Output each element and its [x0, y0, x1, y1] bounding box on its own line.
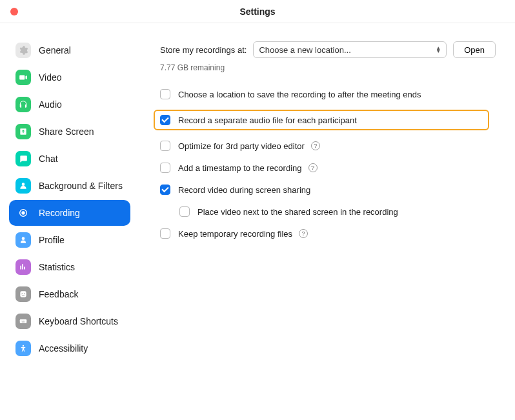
- location-select[interactable]: Choose a new location... ▲▼: [253, 41, 447, 58]
- content: GeneralVideoAudioShare ScreenChatBackgro…: [0, 23, 515, 420]
- storage-remaining: 7.77 GB remaining: [160, 63, 496, 72]
- gear-icon: [15, 43, 31, 58]
- option-label: Record a separate audio file for each pa…: [178, 115, 357, 125]
- option-label: Add a timestamp to the recording: [178, 163, 302, 173]
- option-row: Choose a location to save the recording …: [160, 88, 496, 101]
- help-icon[interactable]: ?: [308, 163, 318, 172]
- option-row: Add a timestamp to the recording?: [160, 161, 496, 174]
- sidebar-item-label: General: [39, 45, 71, 55]
- open-button[interactable]: Open: [453, 41, 496, 58]
- sidebar-item-label: Statistics: [39, 262, 75, 272]
- option-label: Keep temporary recording files: [178, 229, 292, 239]
- sidebar-item-share-screen[interactable]: Share Screen: [9, 119, 130, 145]
- sidebar-item-general[interactable]: General: [9, 37, 130, 63]
- svg-point-1: [22, 212, 25, 214]
- svg-rect-5: [20, 319, 27, 323]
- checkbox[interactable]: [160, 228, 170, 239]
- option-label: Choose a location to save the recording …: [178, 90, 421, 99]
- sidebar-item-label: Profile: [39, 235, 65, 245]
- sidebar-item-label: Recording: [39, 208, 80, 218]
- sidebar-item-label: Audio: [39, 99, 62, 110]
- svg-point-11: [23, 345, 24, 346]
- sidebar-item-audio[interactable]: Audio: [9, 92, 130, 117]
- sidebar-item-keyboard[interactable]: Keyboard Shortcuts: [9, 308, 130, 334]
- store-location-label: Store my recordings at:: [160, 45, 247, 55]
- sidebar: GeneralVideoAudioShare ScreenChatBackgro…: [0, 23, 136, 420]
- checkbox[interactable]: [160, 115, 170, 125]
- options-list: Choose a location to save the recording …: [160, 88, 496, 240]
- chevron-updown-icon: ▲▼: [436, 46, 441, 53]
- sidebar-item-feedback[interactable]: Feedback: [9, 281, 130, 307]
- accessibility-icon: [15, 341, 31, 356]
- sidebar-item-label: Accessibility: [39, 343, 88, 354]
- svg-point-8: [23, 321, 24, 321]
- record-icon: [15, 205, 31, 221]
- share-icon: [15, 124, 31, 139]
- headphones-icon: [15, 97, 31, 112]
- location-select-value: Choose a new location...: [259, 45, 350, 55]
- sidebar-item-label: Video: [39, 72, 62, 83]
- sidebar-item-label: Background & Filters: [39, 181, 123, 191]
- window-close-button[interactable]: [10, 8, 18, 15]
- sidebar-item-label: Share Screen: [39, 126, 94, 137]
- sidebar-item-accessibility[interactable]: Accessibility: [9, 335, 130, 361]
- sidebar-item-chat[interactable]: Chat: [9, 146, 130, 172]
- svg-point-6: [21, 321, 22, 321]
- option-row: Keep temporary recording files?: [160, 227, 496, 240]
- sidebar-item-background[interactable]: Background & Filters: [9, 173, 130, 199]
- person-icon: [15, 178, 31, 194]
- sidebar-item-label: Chat: [39, 154, 58, 164]
- option-row: Record video during screen sharing: [160, 183, 496, 196]
- main-panel: Store my recordings at: Choose a new loc…: [136, 23, 515, 420]
- sidebar-item-statistics[interactable]: Statistics: [9, 254, 130, 280]
- option-row: Place video next to the shared screen in…: [179, 205, 496, 218]
- checkbox[interactable]: [160, 141, 170, 151]
- option-label: Place video next to the shared screen in…: [197, 207, 398, 217]
- store-location-row: Store my recordings at: Choose a new loc…: [160, 41, 496, 58]
- sidebar-item-label: Keyboard Shortcuts: [39, 316, 118, 326]
- sidebar-item-profile[interactable]: Profile: [9, 227, 130, 253]
- svg-rect-2: [20, 291, 26, 297]
- stats-icon: [15, 259, 31, 275]
- option-row: Optimize for 3rd party video editor?: [160, 139, 496, 152]
- sidebar-item-recording[interactable]: Recording: [9, 200, 130, 226]
- profile-icon: [15, 232, 31, 248]
- help-icon[interactable]: ?: [311, 141, 320, 150]
- sidebar-item-label: Feedback: [39, 289, 78, 299]
- chat-icon: [15, 151, 31, 166]
- checkbox[interactable]: [160, 163, 170, 173]
- option-label: Optimize for 3rd party video editor: [178, 141, 305, 151]
- camera-icon: [15, 70, 31, 85]
- checkbox[interactable]: [160, 185, 170, 195]
- option-row: Record a separate audio file for each pa…: [154, 110, 489, 130]
- sidebar-item-video[interactable]: Video: [9, 65, 130, 90]
- option-label: Record video during screen sharing: [178, 185, 310, 195]
- svg-point-3: [21, 293, 23, 294]
- checkbox[interactable]: [179, 206, 190, 217]
- keyboard-icon: [15, 314, 31, 329]
- svg-point-4: [24, 293, 25, 294]
- svg-point-7: [22, 321, 23, 321]
- checkbox[interactable]: [160, 89, 170, 99]
- feedback-icon: [15, 286, 31, 302]
- svg-rect-10: [22, 322, 25, 323]
- window-title: Settings: [0, 6, 515, 17]
- titlebar: Settings: [0, 0, 515, 23]
- help-icon[interactable]: ?: [299, 229, 308, 238]
- svg-point-9: [25, 321, 25, 321]
